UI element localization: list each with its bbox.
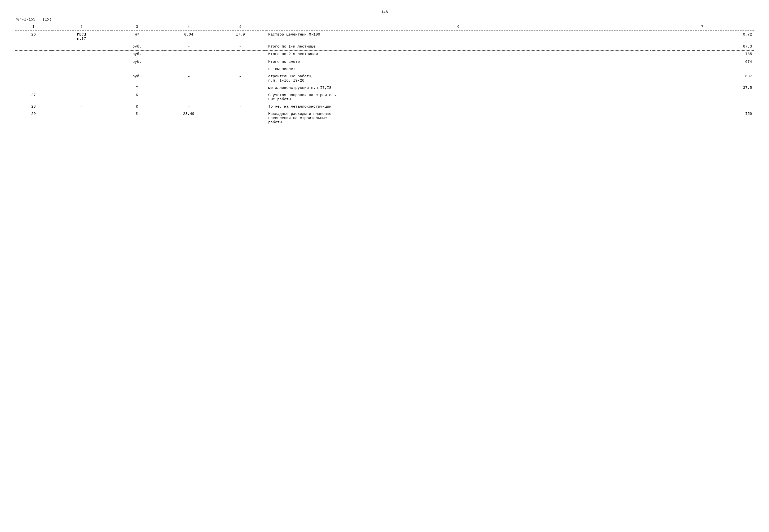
cell-row-metallo-col7: 37,5 [651,84,754,92]
col-header-6: 6 [266,23,651,31]
table-row: 29–%23,49–Накладные расходы и плановыена… [15,110,754,126]
cell-row-28-col2: – [52,103,111,110]
col-header-2: 2 [52,23,111,31]
cell-row-itogo2-col5: – [215,51,266,58]
cell-row-stroitelnye-col4: – [163,73,215,84]
table-row: 26ИВСЦп.I7м³0,04I7,9Раствор цементный М-… [15,31,754,43]
cell-row-stroitelnye-col1 [15,73,52,84]
cell-row-metallo-col5: – [215,84,266,92]
cell-row-stroitelnye-col3: руб. [111,73,163,84]
doc-qualifier: (IУ) [43,18,52,22]
cell-row-29-col1: 29 [15,110,52,126]
cell-row-itogo2-col2 [52,51,111,58]
cell-row-26-col5: I7,9 [215,31,266,43]
cell-row-metallo-col6: металлоконструкции п.п.I7,I8 [266,84,651,92]
cell-row-itogo1-col6: Итого по I-й лестнице [266,43,651,50]
col-header-1: I [15,23,52,31]
cell-row-29-col7: I50 [651,110,754,126]
cell-row-itogo2-col6: Итого по 2-м лестницам [266,51,651,58]
col-header-5: 5 [215,23,266,31]
cell-row-itogo2-col4: – [163,51,215,58]
cell-row-itogo-smeta-col4: – [163,58,215,66]
cell-row-itogo2-col7: I35 [651,51,754,58]
cell-row-v-tom-chisle-col5 [215,66,266,73]
cell-row-27-col4: – [163,92,215,103]
page-header: — 148 — [15,10,754,14]
cell-row-26-col2: ИВСЦп.I7 [52,31,111,43]
cell-row-26-col7: 0,72 [651,31,754,43]
table-row: руб.––строительные работы,п.п. I-I6, I9-… [15,73,754,84]
cell-row-27-col1: 27 [15,92,52,103]
cell-row-28-col3: К [111,103,163,110]
cell-row-29-col3: % [111,110,163,126]
cell-row-28-col4: – [163,103,215,110]
cell-row-28-col7 [651,103,754,110]
cell-row-itogo1-col3: руб. [111,43,163,50]
col-header-4: 4 [163,23,215,31]
cell-row-itogo-smeta-col1 [15,58,52,66]
cell-row-metallo-col1 [15,84,52,92]
cell-row-28-col6: То же, на металлоконструкции [266,103,651,110]
doc-id: 704-I-155 [15,18,35,22]
cell-row-itogo1-col4: – [163,43,215,50]
cell-row-29-col6: Накладные расходы и плановыенакопления н… [266,110,651,126]
col-header-7: 7 [651,23,754,31]
cell-row-29-col5: – [215,110,266,126]
cell-row-29-col2: – [52,110,111,126]
cell-row-itogo2-col3: руб. [111,51,163,58]
cell-row-stroitelnye-col2 [52,73,111,84]
cell-row-26-col3: м³ [111,31,163,43]
table-row: руб.––Итого по 2-м лестницамI35 [15,51,754,58]
cell-row-28-col1: 28 [15,103,52,110]
cell-row-27-col6: С учетом поправок на строитель-ные работ… [266,92,651,103]
cell-row-29-col4: 23,49 [163,110,215,126]
cell-row-v-tom-chisle-col3 [111,66,163,73]
table-row: руб.––Итого по смете674 [15,58,754,66]
cell-row-v-tom-chisle-col7 [651,66,754,73]
cell-row-itogo-smeta-col2 [52,58,111,66]
cell-row-itogo1-col1 [15,43,52,50]
table-row: "––металлоконструкции п.п.I7,I837,5 [15,84,754,92]
cell-row-v-tom-chisle-col2 [52,66,111,73]
cell-row-itogo-smeta-col7: 674 [651,58,754,66]
cell-row-itogo1-col2 [52,43,111,50]
table-row: в том числе: [15,66,754,73]
cell-row-stroitelnye-col5: – [215,73,266,84]
cell-row-itogo1-col5: – [215,43,266,50]
cell-row-itogo-smeta-col5: – [215,58,266,66]
cell-row-itogo1-col7: 67,3 [651,43,754,50]
cell-row-stroitelnye-col6: строительные работы,п.п. I-I6, I9-26 [266,73,651,84]
table-row: руб.––Итого по I-й лестнице67,3 [15,43,754,50]
cell-row-26-col4: 0,04 [163,31,215,43]
col-header-3: 3 [111,23,163,31]
cell-row-27-col5: – [215,92,266,103]
cell-row-itogo2-col1 [15,51,52,58]
cell-row-metallo-col3: " [111,84,163,92]
cell-row-27-col7 [651,92,754,103]
cell-row-itogo-smeta-col6: Итого по смете [266,58,651,66]
cell-row-26-col1: 26 [15,31,52,43]
cell-row-27-col2: – [52,92,111,103]
cell-row-28-col5: – [215,103,266,110]
table-row: 27–К––С учетом поправок на строитель-ные… [15,92,754,103]
cell-row-metallo-col4: – [163,84,215,92]
cell-row-v-tom-chisle-col1 [15,66,52,73]
cell-row-v-tom-chisle-col4 [163,66,215,73]
cell-row-metallo-col2 [52,84,111,92]
cell-row-27-col3: К [111,92,163,103]
cell-row-itogo-smeta-col3: руб. [111,58,163,66]
cell-row-stroitelnye-col7: 637 [651,73,754,84]
table-row: 28–К––То же, на металлоконструкции [15,103,754,110]
cell-row-26-col6: Раствор цементный М-100 [266,31,651,43]
cell-row-v-tom-chisle-col6: в том числе: [266,66,651,73]
